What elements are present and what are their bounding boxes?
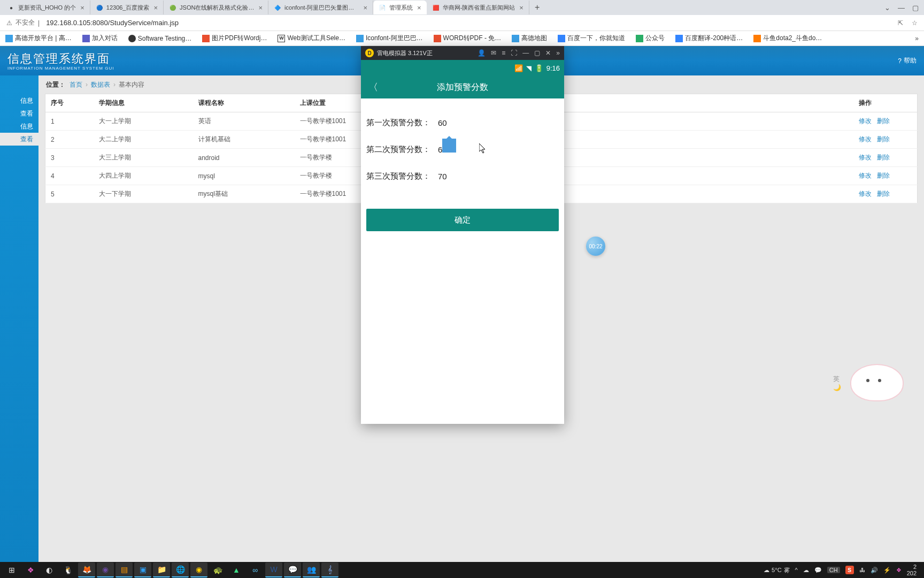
tray-network-icon[interactable]: 🖧	[859, 567, 865, 573]
clock-date[interactable]: 202	[907, 570, 917, 576]
taskbar-app[interactable]: ∞	[247, 562, 264, 577]
edit-link[interactable]: 修改	[859, 117, 872, 125]
tray-cloud-icon[interactable]: ☁	[803, 567, 809, 574]
sidebar-item[interactable]: 查看	[0, 107, 38, 120]
close-icon[interactable]: ×	[417, 4, 421, 12]
bookmark-link[interactable]: 公众号	[636, 34, 665, 43]
taskbar-app-android[interactable]: ▲	[228, 562, 245, 577]
sidebar-item[interactable]: 信息	[0, 94, 38, 107]
taskbar-app-eclipse[interactable]: ◉	[97, 562, 114, 577]
maximize-icon[interactable]: ▢	[912, 4, 919, 12]
text-selection-handle[interactable]	[442, 139, 456, 153]
tray-app-icon[interactable]: ❖	[896, 567, 902, 574]
security-status[interactable]: ⚠ 不安全 | 192.168.0.105:8080/StudyService/…	[6, 18, 179, 27]
field-value[interactable]: 60	[438, 118, 447, 127]
edit-link[interactable]: 修改	[859, 135, 872, 143]
taskbar-app-sublime[interactable]: ▤	[116, 562, 133, 577]
bookmark-link[interactable]: 高德开放平台 | 高…	[5, 34, 72, 43]
confirm-button[interactable]: 确定	[366, 209, 559, 231]
menu-icon[interactable]: ≡	[502, 49, 505, 57]
weather-widget[interactable]: ☁ 5°C 雾	[764, 566, 789, 574]
delete-link[interactable]: 删除	[877, 117, 890, 125]
bookmark-link[interactable]: 加入对话	[82, 34, 118, 43]
delete-link[interactable]: 删除	[877, 135, 890, 143]
mail-icon[interactable]: ✉	[491, 49, 496, 57]
bookmark-link[interactable]: WWeb测试工具Sele…	[278, 34, 345, 43]
browser-tab[interactable]: 🟥 华商网-陕西省重点新闻网站 ×	[427, 1, 529, 14]
taskbar-app-teams[interactable]: 👥	[303, 562, 320, 577]
share-icon[interactable]: ⇱	[898, 19, 903, 27]
bookmark-link[interactable]: 高德地图	[512, 34, 547, 43]
taskbar-app-chrome[interactable]: 🌐	[172, 562, 189, 577]
field-value[interactable]: 70	[438, 172, 447, 181]
tab-title: iconfont-阿里巴巴矢量图标库	[284, 4, 359, 12]
warning-score-row: 第二次预警分数： 65	[366, 136, 559, 163]
taskbar-app-wechat[interactable]: 💬	[284, 562, 301, 577]
taskbar-app[interactable]: 🐧	[59, 562, 76, 577]
window-controls: ⌄ — ▢	[884, 4, 924, 12]
maximize-icon[interactable]: ▢	[534, 49, 540, 57]
clock-time[interactable]: 2	[907, 564, 917, 570]
cell-actions: 修改删除	[853, 167, 918, 185]
tray-volume-icon[interactable]: 🔊	[871, 567, 878, 574]
bookmark-link[interactable]: 百度翻译-200种语…	[675, 34, 743, 43]
tray-wechat-icon[interactable]: 💬	[814, 567, 822, 574]
minimize-icon[interactable]: —	[898, 4, 905, 12]
taskbar-app-explorer[interactable]: 📁	[153, 562, 170, 577]
recording-timer-badge[interactable]: 00:22	[586, 237, 605, 256]
new-tab-button[interactable]: +	[529, 3, 545, 12]
back-icon[interactable]: 〈	[368, 81, 378, 94]
start-button[interactable]: ⊞	[3, 562, 20, 577]
close-icon[interactable]: ✕	[545, 49, 551, 57]
tray-chevron-icon[interactable]: ^	[795, 567, 798, 573]
browser-tab[interactable]: 🔵 12306_百度搜索 ×	[90, 1, 164, 14]
browser-tab[interactable]: 🔷 iconfont-阿里巴巴矢量图标库 ×	[268, 1, 373, 14]
url-text[interactable]: 192.168.0.105:8080/StudyService/main.jsp	[46, 19, 179, 27]
star-icon[interactable]: ☆	[912, 19, 918, 27]
close-icon[interactable]: ×	[259, 4, 263, 12]
bookmark-link[interactable]: 图片PDF转Wordj…	[202, 34, 267, 43]
browser-tab[interactable]: ● 更新资讯_HOHO 的个 ×	[2, 1, 90, 14]
browser-tab-active[interactable]: 📄 管理系统 ×	[373, 1, 427, 14]
taskbar-app[interactable]: ▣	[134, 562, 151, 577]
close-icon[interactable]: ×	[80, 4, 84, 12]
taskbar-app-firefox[interactable]: 🦊	[78, 562, 95, 577]
taskbar-app[interactable]: 𝄞	[321, 562, 338, 577]
edit-link[interactable]: 修改	[859, 172, 872, 179]
help-link[interactable]: ? 帮助	[898, 56, 917, 65]
taskbar-app-word[interactable]: W	[265, 562, 282, 577]
delete-link[interactable]: 删除	[877, 154, 890, 161]
emulator-titlebar[interactable]: D 雷电模拟器 3.121V正 👤 ✉ ≡ ⛶ — ▢ ✕ »	[361, 46, 564, 60]
tray-power-icon[interactable]: ⚡	[883, 567, 891, 574]
close-icon[interactable]: ×	[519, 4, 523, 12]
sidebar-item[interactable]: 信息	[0, 120, 38, 133]
taskbar-app-steam[interactable]: ◐	[41, 562, 58, 577]
minimize-icon[interactable]: —	[522, 49, 529, 57]
sidebar-item-active[interactable]: 查看	[0, 133, 38, 146]
sogou-icon[interactable]: S	[845, 566, 854, 574]
breadcrumb-link[interactable]: 数据表	[91, 80, 110, 89]
bookmark-link[interactable]: WORD转PDF - 免…	[434, 34, 502, 43]
fullscreen-icon[interactable]: ⛶	[511, 49, 517, 57]
chevron-down-icon[interactable]: ⌄	[884, 4, 890, 12]
expand-icon[interactable]: »	[556, 49, 560, 57]
edit-link[interactable]: 修改	[859, 190, 872, 197]
ime-badge[interactable]: CH	[827, 567, 840, 573]
emulator-window: D 雷电模拟器 3.121V正 👤 ✉ ≡ ⛶ — ▢ ✕ » 📶 ◥ 🔋 9:…	[361, 46, 564, 424]
taskbar-app-emulator[interactable]: ◉	[190, 562, 207, 577]
bookmark-link[interactable]: 百度一下，你就知道	[558, 34, 625, 43]
delete-link[interactable]: 删除	[877, 172, 890, 179]
close-icon[interactable]: ×	[154, 4, 158, 12]
taskbar-app[interactable]: ❖	[22, 562, 39, 577]
edit-link[interactable]: 修改	[859, 154, 872, 161]
breadcrumb-link[interactable]: 首页	[70, 80, 82, 89]
taskbar-app[interactable]: 🐢	[209, 562, 226, 577]
browser-tab[interactable]: 🟢 JSON在线解析及格式化验证 - J ×	[164, 1, 268, 14]
bookmark-link[interactable]: Iconfont-阿里巴巴…	[356, 34, 423, 43]
bookmark-link[interactable]: Software Testing…	[128, 35, 192, 42]
delete-link[interactable]: 删除	[877, 190, 890, 197]
bookmarks-overflow[interactable]: »	[915, 35, 919, 42]
bookmark-link[interactable]: 斗鱼dota2_斗鱼do…	[753, 34, 822, 43]
user-icon[interactable]: 👤	[478, 49, 486, 57]
close-icon[interactable]: ×	[364, 4, 368, 12]
